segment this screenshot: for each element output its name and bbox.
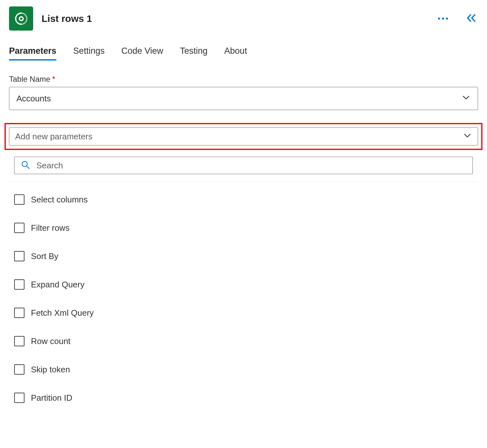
- tab-testing[interactable]: Testing: [180, 46, 208, 61]
- panel-header: List rows 1 •••: [9, 6, 478, 31]
- add-new-parameters-highlight: Add new parameters: [5, 123, 482, 150]
- option-label: Expand Query: [31, 280, 84, 290]
- option-label: Fetch Xml Query: [31, 308, 94, 318]
- parameter-option-list: Select columns Filter rows Sort By Expan…: [9, 189, 478, 408]
- table-name-value: Accounts: [16, 94, 51, 104]
- add-new-parameters-dropdown[interactable]: Add new parameters: [9, 127, 478, 145]
- collapse-panel-button[interactable]: [465, 12, 478, 25]
- tab-about[interactable]: About: [224, 46, 247, 61]
- table-name-label: Table Name *: [9, 75, 478, 84]
- table-name-label-text: Table Name: [9, 75, 50, 84]
- checkbox[interactable]: [14, 194, 24, 205]
- action-title: List rows 1: [42, 13, 435, 24]
- checkbox[interactable]: [14, 308, 24, 318]
- more-menu-button[interactable]: •••: [435, 13, 452, 24]
- option-label: Row count: [31, 336, 71, 346]
- option-label: Sort By: [31, 251, 58, 261]
- connector-icon: [9, 6, 33, 31]
- option-label: Select columns: [31, 195, 88, 205]
- checkbox[interactable]: [14, 279, 24, 290]
- option-expand-query[interactable]: Expand Query: [14, 274, 473, 295]
- search-icon: [21, 160, 30, 171]
- option-label: Filter rows: [31, 223, 70, 233]
- tab-bar: Parameters Settings Code View Testing Ab…: [9, 46, 478, 61]
- search-box[interactable]: [14, 157, 473, 174]
- option-label: Skip token: [31, 365, 70, 375]
- option-filter-rows[interactable]: Filter rows: [14, 218, 473, 238]
- option-fetch-xml-query[interactable]: Fetch Xml Query: [14, 303, 473, 323]
- search-row: [9, 157, 478, 182]
- parameters-dropdown-panel: Select columns Filter rows Sort By Expan…: [9, 156, 478, 408]
- option-partition-id[interactable]: Partition ID: [14, 387, 473, 408]
- required-asterisk: *: [52, 75, 55, 84]
- option-sort-by[interactable]: Sort By: [14, 246, 473, 266]
- checkbox[interactable]: [14, 251, 24, 261]
- tab-settings[interactable]: Settings: [73, 46, 105, 61]
- option-row-count[interactable]: Row count: [14, 331, 473, 351]
- option-label: Partition ID: [31, 393, 72, 403]
- tab-code-view[interactable]: Code View: [121, 46, 163, 61]
- checkbox[interactable]: [14, 336, 24, 346]
- header-actions: •••: [435, 12, 478, 25]
- option-select-columns[interactable]: Select columns: [14, 189, 473, 210]
- svg-line-2: [27, 166, 29, 169]
- chevron-down-icon: [462, 93, 471, 104]
- checkbox[interactable]: [14, 393, 24, 403]
- tab-parameters[interactable]: Parameters: [9, 46, 56, 61]
- checkbox[interactable]: [14, 223, 24, 233]
- divider: [9, 182, 478, 182]
- checkbox[interactable]: [14, 364, 24, 375]
- svg-point-0: [19, 17, 23, 21]
- chevron-down-icon: [463, 131, 472, 142]
- add-new-parameters-placeholder: Add new parameters: [15, 132, 92, 142]
- option-skip-token[interactable]: Skip token: [14, 359, 473, 380]
- table-name-select[interactable]: Accounts: [9, 87, 478, 110]
- search-input[interactable]: [36, 161, 466, 171]
